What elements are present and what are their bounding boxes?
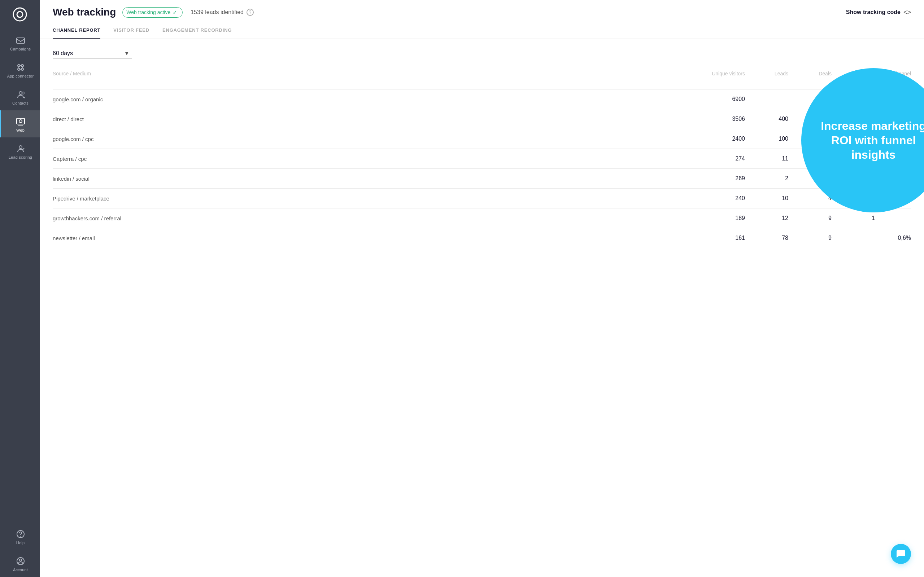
cell-leads: 11 <box>745 149 788 168</box>
dropdown-container: 7 days 14 days 30 days 60 days 90 days ▼ <box>53 48 132 59</box>
svg-point-0 <box>13 8 26 21</box>
cell-leads: 78 <box>745 228 788 248</box>
sidebar-item-lead-scoring[interactable]: Lead scoring <box>0 137 40 164</box>
svg-rect-13 <box>16 118 24 124</box>
cell-source: google.com / cpc <box>53 129 702 148</box>
cell-unique-visitors: 2400 <box>702 129 745 148</box>
table-row[interactable]: newsletter / email 161 78 9 0,6% <box>53 228 911 248</box>
cell-unique-visitors: 189 <box>702 208 745 228</box>
col-header-source: Source / Medium <box>53 68 702 86</box>
cell-won <box>832 113 875 126</box>
cell-leads <box>745 93 788 106</box>
cell-deals: 0 <box>788 169 832 188</box>
cell-source: direct / direct <box>53 110 702 129</box>
cell-unique-visitors: 274 <box>702 149 745 168</box>
table-row[interactable]: google.com / cpc 2400 100 41 0 4,0% <box>53 129 911 149</box>
svg-point-1 <box>17 11 23 17</box>
col-header-unique-visitors: Unique visitors <box>702 68 745 86</box>
channel-report-table: Source / Medium Unique visitors Leads De… <box>53 68 911 248</box>
sidebar-item-app-connector[interactable]: App connector <box>0 56 40 83</box>
status-badge: Web tracking active ✓ <box>122 7 183 18</box>
cell-unique-visitors: 6900 <box>702 89 745 109</box>
sidebar-item-contacts[interactable]: Contacts <box>0 83 40 110</box>
svg-rect-2 <box>16 38 24 43</box>
tab-visitor-feed[interactable]: Visitor Feed <box>113 27 149 39</box>
tab-engagement-recording[interactable]: Engagement Recording <box>162 27 232 39</box>
check-icon: ✓ <box>173 9 177 16</box>
leads-info: 1539 leads identified ? <box>191 9 254 16</box>
chat-button[interactable] <box>891 544 911 564</box>
svg-point-4 <box>21 64 23 67</box>
table-header-row: Source / Medium Unique visitors Leads De… <box>53 68 911 89</box>
cell-leads: 2 <box>745 169 788 188</box>
sidebar-item-campaigns[interactable]: Campaigns <box>0 29 40 56</box>
tabs-bar: Channel Report Visitor Feed Engagement R… <box>40 21 924 39</box>
table-row[interactable]: Capterra / cpc 274 11 8 2 0,8% <box>53 149 911 169</box>
svg-point-20 <box>19 559 22 561</box>
cell-conversion: 4,0% <box>875 129 911 148</box>
table-row[interactable]: direct / direct 3506 400 20 1,0% <box>53 109 911 129</box>
cell-won <box>832 232 875 245</box>
cell-conversion: 0,6% <box>875 228 911 248</box>
web-icon <box>16 117 25 126</box>
cell-unique-visitors: 161 <box>702 228 745 248</box>
cell-unique-visitors: 269 <box>702 169 745 188</box>
cell-deals: 41 <box>788 129 832 148</box>
sidebar-logo <box>0 0 40 29</box>
sidebar-item-app-connector-label: App connector <box>7 74 34 78</box>
cell-leads: 100 <box>745 129 788 148</box>
svg-point-5 <box>18 68 20 70</box>
sidebar-item-help[interactable]: Help <box>0 523 40 550</box>
table-row[interactable]: linkedin / social 269 2 0 0 0,0% <box>53 169 911 189</box>
date-range-dropdown-wrap: 7 days 14 days 30 days 60 days 90 days ▼ <box>53 48 911 59</box>
sidebar-item-account[interactable]: Account <box>0 550 40 577</box>
main-content: Web tracking Web tracking active ✓ 1539 … <box>40 0 924 577</box>
cell-deals: 8 <box>788 149 832 168</box>
help-icon <box>16 529 25 539</box>
col-header-won: Won <box>832 68 875 86</box>
cell-deals: 4 <box>788 189 832 208</box>
code-icon: <> <box>903 9 911 16</box>
col-header-conversion: Channel conversion <box>875 68 911 86</box>
sidebar-item-campaigns-label: Campaigns <box>10 47 31 51</box>
table-row[interactable]: growthhackers.com / referral 189 12 9 1 <box>53 208 911 228</box>
tab-channel-report[interactable]: Channel Report <box>53 27 100 39</box>
cell-unique-visitors: 3506 <box>702 109 745 129</box>
status-badge-text: Web tracking active <box>126 10 170 15</box>
date-range-select[interactable]: 7 days 14 days 30 days 60 days 90 days <box>53 48 132 59</box>
cell-won: 0 <box>832 129 875 148</box>
show-tracking-code-button[interactable]: Show tracking code <> <box>846 9 911 16</box>
sidebar-item-contacts-label: Contacts <box>12 101 29 105</box>
sidebar: Campaigns App connector Contacts <box>0 0 40 577</box>
cell-deals: 9 <box>788 228 832 248</box>
content-area: 7 days 14 days 30 days 60 days 90 days ▼… <box>40 39 924 577</box>
cell-won: 2 <box>832 149 875 168</box>
cell-leads: 12 <box>745 208 788 228</box>
cell-conversion: 0,4% <box>875 189 911 208</box>
sidebar-item-web-label: Web <box>16 128 24 132</box>
cell-unique-visitors: 240 <box>702 189 745 208</box>
cell-conversion: 1,0% <box>875 109 911 129</box>
cell-won <box>832 93 875 106</box>
svg-rect-15 <box>18 125 23 126</box>
account-icon <box>16 556 25 566</box>
svg-point-6 <box>21 68 23 70</box>
header: Web tracking Web tracking active ✓ 1539 … <box>40 0 924 18</box>
cell-deals: 20 <box>788 109 832 129</box>
cell-source: google.com / organic <box>53 90 702 109</box>
leads-count: 1539 leads identified <box>191 9 244 16</box>
cell-source: Pipedrive / marketplace <box>53 189 702 208</box>
table-row[interactable]: Pipedrive / marketplace 240 10 4 1 0,4% <box>53 189 911 208</box>
mail-icon <box>16 36 25 45</box>
svg-point-3 <box>18 64 20 67</box>
show-tracking-code-label: Show tracking code <box>846 9 901 16</box>
cell-conversion <box>875 212 911 225</box>
table-row[interactable]: google.com / organic 6900 1,0% <box>53 89 911 109</box>
sidebar-item-web[interactable]: Web <box>0 110 40 137</box>
contacts-icon <box>16 90 25 99</box>
sidebar-item-account-label: Account <box>13 567 28 572</box>
cell-conversion: 0,0% <box>875 169 911 188</box>
svg-point-18 <box>20 536 21 537</box>
question-icon[interactable]: ? <box>247 9 254 16</box>
cell-deals <box>788 93 832 106</box>
